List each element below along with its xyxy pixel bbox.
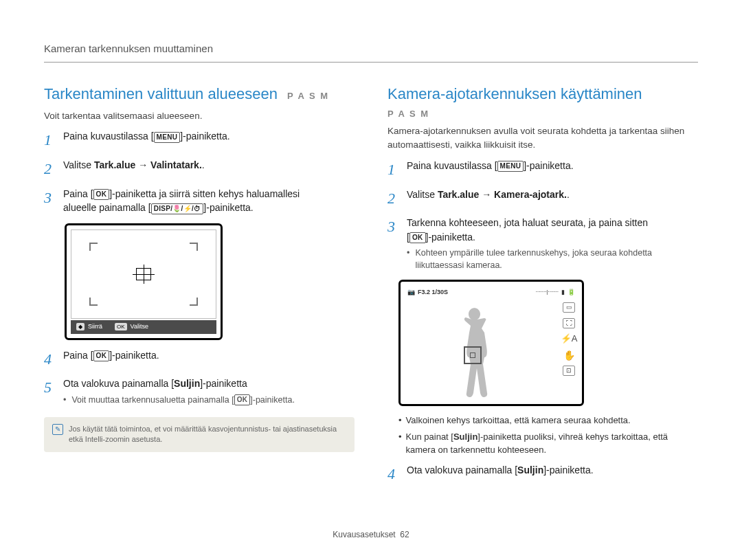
right-column: Kamera-ajotarkennuksen käyttäminen P A S… <box>387 83 698 485</box>
ok-icon: OK <box>409 232 426 243</box>
left-column: Tarkentaminen valittuun alueeseen P A S … <box>44 83 355 485</box>
note-icon: ✎ <box>52 424 63 435</box>
r-step-1: 1 Paina kuvaustilassa [MENU]-painiketta. <box>387 159 698 181</box>
right-intro: Kamera-ajotarkennuksen avulla voit seura… <box>387 124 698 151</box>
left-intro: Voit tarkentaa valitsemaasi alueeseen. <box>44 109 355 123</box>
r-step-4: 4 Ota valokuva painamalla [Suljin]-paini… <box>387 463 698 485</box>
step-5: 5 Ota valokuva painamalla [Suljin]-paini… <box>44 377 355 405</box>
divider <box>44 62 698 63</box>
move-diamond-icon: ◆ <box>76 323 85 331</box>
step-3: 3 Paina [OK]-painiketta ja siirrä sitten… <box>44 187 355 215</box>
focus-area-screen-figure: ◆Siirrä OKValitse <box>65 223 355 340</box>
flash-icon: ⚡A <box>563 334 575 344</box>
r-step-2: 2 Valitse Tark.alue → Kamera-ajotark.. <box>387 188 698 210</box>
ok-icon: OK <box>93 350 110 361</box>
tracking-screen-figure: 📷F3.2 1/30S ·······|······· ▮ 🔋 ▭ ⛶ ⚡A ✋… <box>398 280 584 406</box>
af-frame-icon: ⊡ <box>563 366 575 376</box>
step-2: 2 Valitse Tark.alue → Valintatark.. <box>44 158 355 180</box>
side-icons: ▭ ⛶ ⚡A ✋ ⊡ <box>561 302 576 399</box>
battery-icon: 🔋 <box>567 288 575 297</box>
nav-icons: DISP/🌷/⚡/⏱ <box>151 203 204 214</box>
ev-scale-icon: ·······|······· <box>536 288 559 296</box>
tracking-frame-icon <box>464 346 482 364</box>
ok-key-icon: OK <box>115 323 127 331</box>
menu-icon: MENU <box>497 161 524 172</box>
camera-mode-icon: 📷 <box>407 288 415 297</box>
stabilize-icon: ✋ <box>563 350 575 360</box>
right-heading: Kamera-ajotarkennuksen käyttäminen <box>387 83 642 105</box>
screen-statusbar: ◆Siirrä OKValitse <box>71 320 216 334</box>
page-footer: Kuvausasetukset 62 <box>0 529 742 541</box>
quality-icon: ▮ <box>561 288 565 297</box>
step-1: 1 Paina kuvaustilassa [MENU]-painiketta. <box>44 129 355 151</box>
bullet-white-frame: Valkoinen kehys tarkoittaa, että kamera … <box>398 414 698 427</box>
ok-icon: OK <box>234 394 251 405</box>
ok-icon: OK <box>93 189 110 200</box>
size-icon: ▭ <box>563 302 575 313</box>
breadcrumb: Kameran tarkennuksen muuttaminen <box>44 41 698 56</box>
screen-top-info: 📷F3.2 1/30S ·······|······· ▮ 🔋 <box>405 286 578 298</box>
focus-target-icon <box>136 268 151 280</box>
left-heading: Tarkentaminen valittuun alueeseen <box>44 83 278 105</box>
metering-icon: ⛶ <box>563 318 575 328</box>
bullet-green-frame: Kun painat [Suljin]-painiketta puoliksi,… <box>398 431 698 456</box>
mode-indicator-left: P A S M <box>287 91 329 101</box>
step-4: 4 Paina [OK]-painiketta. <box>44 348 355 370</box>
note-box: ✎ Jos käytät tätä toimintoa, et voi määr… <box>44 417 355 452</box>
menu-icon: MENU <box>154 132 181 143</box>
r-step-3: 3 Tarkenna kohteeseen, jota haluat seura… <box>387 216 698 271</box>
mode-indicator-right: P A S M <box>387 108 698 121</box>
